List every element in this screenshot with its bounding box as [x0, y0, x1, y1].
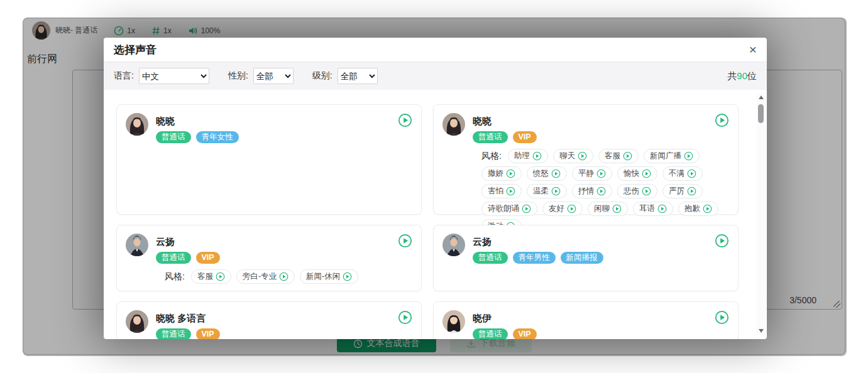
voice-card-body: 晓伊 普通话VIP: [473, 308, 729, 339]
play-icon: [687, 186, 696, 196]
style-chip[interactable]: 旁白-专业: [236, 269, 295, 284]
voice-styles: 风格:客服旁白-专业新闻-休闲: [165, 269, 412, 284]
voice-tag: 新闻播报: [561, 252, 603, 264]
scroll-up-icon[interactable]: [759, 95, 764, 99]
voice-tag: VIP: [196, 252, 220, 264]
voice-card-body: 晓晓 普通话青年女性: [156, 111, 412, 143]
gender-select[interactable]: 全部: [253, 68, 294, 84]
voice-tags: 普通话青年女性: [156, 131, 412, 143]
style-chip[interactable]: 耳语: [633, 202, 673, 216]
style-label: 风格:: [165, 271, 185, 283]
voice-total-count: 90: [737, 70, 747, 81]
voice-card[interactable]: 晓晓 多语言 普通话VIP: [116, 301, 422, 339]
play-icon: [532, 151, 542, 161]
voice-tag: 普通话: [156, 328, 191, 339]
voice-play-button[interactable]: [714, 310, 729, 325]
style-chip[interactable]: 新闻广播: [644, 149, 700, 163]
voice-tag: 普通话: [473, 131, 508, 143]
style-chip[interactable]: 撒娇: [481, 166, 522, 181]
play-icon: [216, 272, 225, 281]
style-chip[interactable]: 聊天: [553, 149, 593, 163]
style-chip[interactable]: 害怕: [481, 184, 522, 198]
voice-play-button[interactable]: [397, 234, 412, 249]
play-icon: [279, 272, 288, 281]
play-icon: [567, 204, 576, 214]
gender-filter: 性别: 全部: [228, 68, 294, 84]
voice-total: 共90位: [727, 70, 757, 82]
style-chip-label: 悲伤: [624, 186, 639, 197]
style-chip[interactable]: 抱歉: [678, 202, 718, 216]
style-chip-label: 平静: [578, 168, 594, 179]
voice-card[interactable]: 云扬 普通话青年男性新闻播报: [433, 225, 739, 291]
style-label: 风格:: [481, 151, 502, 162]
voice-play-button[interactable]: [714, 113, 729, 128]
voice-card-body: 晓晓 普通话VIP 风格:助理聊天客服新闻广播撒娇愤怒平静愉快不满害怕温柔抒情悲…: [473, 111, 729, 234]
voice-tags: 普通话VIP: [473, 328, 729, 339]
voice-card-body: 云扬 普通话VIP 风格:客服旁白-专业新闻-休闲: [156, 232, 412, 284]
scrollbar-thumb[interactable]: [758, 104, 764, 123]
level-filter-label: 级别:: [312, 70, 332, 82]
play-icon: [642, 186, 651, 196]
style-chip-label: 温柔: [533, 186, 549, 197]
voice-play-button[interactable]: [397, 310, 412, 325]
scrollbar[interactable]: [757, 93, 765, 335]
style-chip[interactable]: 抒情: [572, 184, 612, 198]
modal-title: 选择声音: [114, 43, 157, 57]
style-chip-label: 新闻-休闲: [306, 271, 340, 282]
style-chip[interactable]: 客服: [191, 269, 231, 284]
voice-play-button[interactable]: [714, 234, 729, 249]
voice-tags: 普通话青年男性新闻播报: [473, 252, 729, 264]
style-chip[interactable]: 助理: [508, 149, 548, 163]
voice-card[interactable]: 晓晓 普通话VIP 风格:助理聊天客服新闻广播撒娇愤怒平静愉快不满害怕温柔抒情悲…: [433, 104, 739, 215]
scroll-down-icon[interactable]: [759, 329, 764, 333]
style-chip[interactable]: 新闻-休闲: [300, 269, 358, 284]
voice-card[interactable]: 晓伊 普通话VIP: [433, 301, 739, 339]
voice-name: 云扬: [156, 234, 412, 250]
style-chip[interactable]: 温柔: [527, 184, 567, 198]
level-filter: 级别: 全部: [312, 68, 378, 84]
style-chip-label: 诗歌朗诵: [488, 203, 519, 214]
close-icon[interactable]: ×: [749, 43, 757, 56]
style-chip-label: 抒情: [578, 186, 594, 197]
style-chip[interactable]: 闲聊: [588, 202, 628, 216]
play-icon: [623, 151, 632, 161]
level-select[interactable]: 全部: [338, 68, 378, 84]
voice-grid: 晓晓 普通话青年女性 晓晓 普通话VIP 风格:助理聊天客服新闻广播撒娇愤怒平静…: [116, 104, 739, 339]
play-icon: [612, 204, 622, 214]
voice-avatar: [126, 113, 148, 136]
style-chip[interactable]: 愤怒: [527, 166, 567, 181]
voice-card[interactable]: 云扬 普通话VIP 风格:客服旁白-专业新闻-休闲: [116, 225, 422, 291]
play-icon: [715, 234, 729, 248]
style-chip[interactable]: 友好: [542, 202, 583, 216]
voice-list: 晓晓 普通话青年女性 晓晓 普通话VIP 风格:助理聊天客服新闻广播撒娇愤怒平静…: [104, 90, 767, 339]
voice-avatar: [126, 234, 148, 256]
style-chip[interactable]: 悲伤: [617, 184, 657, 198]
play-icon: [551, 186, 561, 196]
style-chip[interactable]: 诗歌朗诵: [481, 202, 537, 216]
play-icon: [687, 169, 696, 178]
voice-play-button[interactable]: [397, 113, 412, 128]
voice-tag: VIP: [513, 131, 537, 143]
voice-name: 晓晓 多语言: [156, 310, 412, 327]
voice-name: 晓伊: [473, 310, 729, 327]
style-chip[interactable]: 客服: [598, 149, 639, 163]
voice-card[interactable]: 晓晓 普通话青年女性: [116, 104, 422, 215]
style-chip[interactable]: 不满: [662, 166, 703, 181]
style-chip[interactable]: 严厉: [662, 184, 703, 198]
language-select[interactable]: 中文: [139, 68, 209, 84]
voice-card-body: 云扬 普通话青年男性新闻播报: [473, 232, 729, 264]
style-chip-label: 助理: [514, 151, 530, 161]
play-icon: [657, 204, 667, 214]
play-icon: [343, 272, 352, 281]
style-chip[interactable]: 平静: [572, 166, 612, 181]
voice-tags: 普通话VIP: [156, 252, 412, 264]
play-icon: [703, 204, 712, 214]
voice-tags: 普通话VIP: [156, 328, 412, 339]
style-chip[interactable]: 愉快: [617, 166, 657, 181]
style-chip-label: 抱歉: [684, 203, 700, 214]
voice-name: 晓晓: [156, 113, 412, 129]
filter-bar: 语言: 中文 性别: 全部 级别: 全部 共90位: [104, 62, 767, 90]
voice-card-body: 晓晓 多语言 普通话VIP: [156, 308, 412, 339]
style-chip-label: 闲聊: [594, 203, 610, 214]
voice-tag: 普通话: [473, 252, 508, 264]
